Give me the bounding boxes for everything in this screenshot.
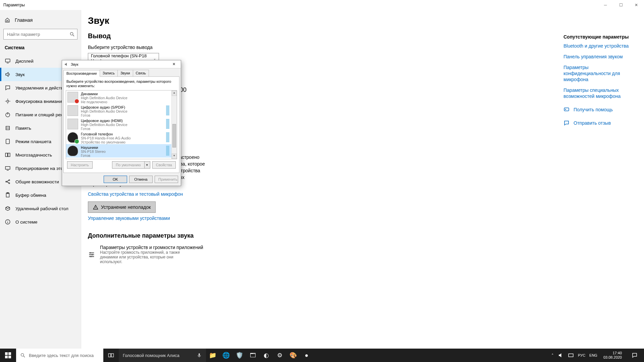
close-button[interactable]: ✕	[629, 0, 644, 10]
properties-button[interactable]: Свойства	[152, 161, 176, 169]
language-indicator[interactable]: РУС	[578, 353, 585, 357]
language-indicator-2[interactable]: ENG	[589, 353, 597, 357]
speaker-icon	[67, 92, 78, 103]
action-center-button[interactable]	[628, 352, 641, 358]
clock[interactable]: 17:40 03.08.2020	[601, 351, 624, 360]
related-link-sound-panel[interactable]: Панель управления звуком	[564, 54, 631, 60]
tab-sounds[interactable]: Звуки	[117, 70, 133, 76]
task-view-icon	[108, 352, 114, 359]
device-row[interactable]: Динамики High Definition Audio Device Не…	[66, 90, 177, 104]
scrollbar[interactable]: ▴ ▾	[171, 90, 177, 159]
task-view-button[interactable]	[103, 349, 119, 362]
get-help-link[interactable]: Получить помощь	[564, 107, 631, 113]
tray-overflow-button[interactable]: ˄	[551, 353, 554, 358]
sidebar-item-label: Звук	[15, 72, 25, 77]
scrollbar-thumb[interactable]	[172, 124, 176, 147]
device-properties-link[interactable]: Свойства устройства и тестовый микрофон	[88, 191, 183, 197]
related-link-mic-ease[interactable]: Параметры специальных возможностей микро…	[564, 87, 631, 99]
svg-rect-2	[5, 59, 10, 62]
scroll-down-button[interactable]: ▾	[172, 154, 177, 159]
maximize-button[interactable]: ☐	[613, 0, 629, 10]
apply-button[interactable]: Применить	[155, 176, 178, 183]
taskbar-search[interactable]: Введите здесь текст для поиска	[16, 349, 103, 362]
tab-playback[interactable]: Воспроизведение	[63, 70, 100, 77]
sound-dialog: Звук ✕ ВоспроизведениеЗаписьЗвукиСвязь В…	[62, 60, 181, 186]
windows-logo-icon	[5, 352, 11, 358]
scroll-up-button[interactable]: ▴	[172, 90, 177, 96]
device-driver: High Definition Audio Device	[81, 123, 127, 127]
level-meter-icon	[166, 105, 169, 115]
output-select-label: Выберите устройство вывода	[88, 45, 644, 50]
taskbar-search-placeholder: Введите здесь текст для поиска	[29, 353, 94, 358]
device-row[interactable]: Цифровое аудио (HDMI) High Definition Au…	[66, 117, 177, 131]
multitask-icon	[5, 152, 11, 158]
notifications-icon	[5, 85, 11, 91]
ok-button[interactable]: OK	[104, 176, 127, 183]
dialog-titlebar[interactable]: Звук ✕	[62, 60, 181, 68]
headphones-icon	[67, 145, 78, 156]
tab-record[interactable]: Запись	[100, 70, 118, 76]
chevron-down-icon: ⌄	[153, 57, 156, 60]
configure-button[interactable]: Настроить	[67, 161, 93, 169]
sidebar-item-remote[interactable]: Удаленный рабочий стол	[0, 202, 81, 215]
taskbar-pinned-apps: 📁 🌐 🛡️ 🗔 ◐ ⚙ 🎨 ●	[206, 349, 313, 362]
device-row[interactable]: Наушники SN-P18 Stereo Готов	[66, 144, 177, 158]
svg-rect-26	[111, 354, 114, 357]
app-icon-generic-2[interactable]: ●	[300, 349, 313, 362]
chevron-down-icon[interactable]: ▾	[144, 161, 150, 169]
related-link-mic-privacy[interactable]: Параметры конфиденциальности для микрофо…	[564, 64, 631, 82]
hdmi-icon	[67, 119, 78, 129]
chrome-app-icon[interactable]: ◐	[260, 349, 273, 362]
svg-rect-28	[569, 354, 573, 357]
help-icon	[564, 107, 570, 113]
edge-app-icon[interactable]: 🌐	[219, 349, 233, 362]
tab-pane-playback: Выберите устройство воспроизведения, пар…	[63, 76, 179, 173]
paint-app-icon[interactable]: 🎨	[286, 349, 300, 362]
get-help-label: Получить помощь	[574, 107, 613, 112]
svg-rect-11	[8, 153, 10, 157]
taskbar: Введите здесь текст для поиска Голосовой…	[0, 349, 644, 362]
device-row[interactable]: Цифровое аудио (S/PDIF) High Definition …	[66, 104, 177, 117]
home-button[interactable]: Главная	[0, 13, 81, 27]
network-tray-icon[interactable]	[568, 352, 574, 358]
device-status: Не подключено	[81, 100, 127, 104]
alisa-assistant-bar[interactable]: Голосовой помощник Алиса	[119, 349, 206, 362]
app-icon-generic[interactable]: 🗔	[246, 349, 260, 362]
manage-devices-link[interactable]: Управление звуковыми устройствами	[88, 216, 170, 221]
home-label: Главная	[15, 17, 33, 23]
device-list[interactable]: Динамики High Definition Audio Device Не…	[66, 90, 177, 159]
related-link-bluetooth[interactable]: Bluetooth и другие устройства	[564, 43, 631, 49]
feedback-link[interactable]: Отправить отзыв	[564, 120, 631, 126]
app-volume-item[interactable]: Параметры устройств и громкости приложен…	[88, 245, 644, 264]
start-button[interactable]	[0, 349, 16, 362]
settings-app-icon[interactable]: ⚙	[273, 349, 286, 362]
sidebar-item-label: Общие возможности	[15, 179, 59, 184]
svg-rect-25	[109, 354, 111, 357]
related-heading: Сопутствующие параметры	[564, 34, 631, 40]
device-driver: SN-P18 Hands-Free AG Audio	[81, 136, 131, 140]
app-volume-title: Параметры устройств и громкости приложен…	[100, 245, 203, 250]
headphones-icon	[67, 132, 78, 143]
about-icon	[5, 219, 11, 225]
tab-comm[interactable]: Связь	[133, 70, 149, 76]
sidebar-item-about[interactable]: О системе	[0, 215, 81, 229]
device-row[interactable]: Головной телефон SN-P18 Hands-Free AG Au…	[66, 131, 177, 144]
explorer-app-icon[interactable]: 📁	[206, 349, 219, 362]
svg-line-1	[73, 35, 74, 36]
troubleshoot-button[interactable]: Устранение неполадок	[88, 201, 156, 213]
system-tray: ˄ РУС ENG 17:40 03.08.2020	[551, 351, 644, 360]
volume-tray-icon[interactable]	[558, 352, 564, 358]
cancel-button[interactable]: Отмена	[129, 176, 153, 183]
error-badge-icon	[74, 99, 79, 104]
minimize-button[interactable]: ─	[598, 0, 613, 10]
device-name: Динамики	[81, 92, 127, 96]
sidebar-item-clip[interactable]: Буфер обмена	[0, 188, 81, 202]
spdif-icon	[67, 105, 78, 116]
volume-row: 100	[176, 86, 290, 94]
search-input[interactable]	[3, 29, 77, 40]
device-status: Устройство по умолчанию	[81, 140, 131, 144]
level-meter-icon	[166, 132, 169, 142]
dialog-close-button[interactable]: ✕	[169, 62, 179, 66]
antivirus-app-icon[interactable]: 🛡️	[233, 349, 246, 362]
set-default-button[interactable]: По умолчанию ▾	[112, 161, 150, 169]
